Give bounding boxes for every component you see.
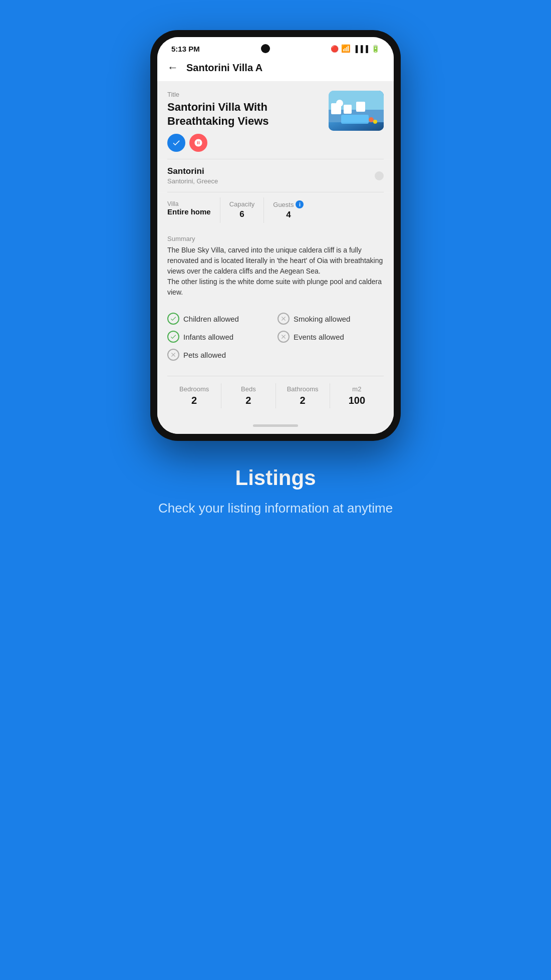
property-image-inner [329, 91, 384, 131]
rule-events: Events allowed [278, 331, 384, 343]
bottom-stats-section: Bedrooms 2 Beds 2 Bathrooms 2 m2 100 [157, 369, 394, 419]
bathrooms-stat: Bathrooms 2 [276, 383, 330, 408]
location-info: Santorini Santorini, Greece [167, 166, 218, 185]
location-section: Santorini Santorini, Greece [157, 159, 394, 192]
location-name: Santorini [167, 166, 218, 176]
caption-section: Listings Check your listing information … [128, 466, 423, 517]
battery-icon: 🔋 [371, 45, 380, 53]
signal-icon: ▐▐▐ [353, 45, 369, 53]
bottom-stats-row: Bedrooms 2 Beds 2 Bathrooms 2 m2 100 [167, 376, 384, 408]
guests-stat: Guests i 4 [264, 197, 313, 223]
children-label: Children allowed [183, 315, 239, 323]
stats-section: Villa Entire home Capacity 6 Guests i 4 [157, 192, 394, 230]
events-icon [278, 331, 290, 343]
status-bar: 5:13 PM 🔴 📶 ▐▐▐ 🔋 [157, 37, 394, 57]
pets-icon [167, 349, 179, 361]
rule-smoking: Smoking allowed [278, 313, 384, 325]
beds-label: Beds [241, 385, 256, 393]
rules-section: Children allowed Smoking allowed [157, 306, 394, 369]
guests-value: 4 [286, 210, 291, 220]
title-section: Title Santorini Villa With Breathtaking … [157, 82, 394, 159]
smoking-icon [278, 313, 290, 325]
smoking-label: Smoking allowed [294, 315, 350, 323]
pets-label: Pets allowed [183, 351, 226, 359]
wifi-icon: 📶 [341, 44, 351, 53]
events-label: Events allowed [294, 333, 344, 341]
capacity-label: Capacity [229, 200, 255, 208]
content-area: Title Santorini Villa With Breathtaking … [157, 82, 394, 434]
camera-notch [261, 44, 270, 53]
caption-title: Listings [158, 466, 393, 490]
phone-frame: 5:13 PM 🔴 📶 ▐▐▐ 🔋 ← Santorini Villa A Ti… [150, 30, 401, 441]
beds-stat: Beds 2 [221, 383, 276, 408]
title-left: Title Santorini Villa With Breathtaking … [167, 91, 324, 152]
stats-row: Villa Entire home Capacity 6 Guests i 4 [167, 197, 384, 223]
summary-section: Summary The Blue Sky Villa, carved into … [157, 230, 394, 306]
bottom-indicator [157, 419, 394, 434]
bedrooms-value: 2 [191, 395, 197, 406]
caption-subtitle: Check your listing information at anytim… [158, 499, 393, 517]
rule-pets: Pets allowed [167, 349, 384, 361]
rule-children: Children allowed [167, 313, 273, 325]
back-button[interactable]: ← [167, 61, 178, 74]
m2-stat: m2 100 [330, 383, 384, 408]
title-label: Title [167, 91, 324, 98]
airbnb-badge [189, 134, 207, 152]
bluetooth-icon: 🔴 [331, 45, 339, 53]
m2-value: 100 [349, 395, 365, 406]
svg-rect-4 [344, 105, 352, 114]
villa-value: Entire home [167, 207, 211, 216]
guests-label: Guests [273, 201, 294, 208]
infants-label: Infants allowed [183, 333, 233, 341]
property-title: Santorini Villa With Breathtaking Views [167, 100, 324, 128]
summary-label: Summary [167, 235, 384, 242]
capacity-value: 6 [239, 209, 244, 219]
verified-badge [167, 134, 185, 152]
app-header: ← Santorini Villa A [157, 57, 394, 82]
bathrooms-label: Bathrooms [287, 385, 319, 393]
capacity-stat: Capacity 6 [220, 197, 264, 223]
infants-icon [167, 331, 179, 343]
guests-label-row: Guests i [273, 200, 304, 208]
beds-value: 2 [245, 395, 251, 406]
rule-infants: Infants allowed [167, 331, 273, 343]
summary-text: The Blue Sky Villa, carved into the uniq… [167, 245, 384, 298]
badge-row [167, 134, 324, 152]
m2-label: m2 [352, 385, 361, 393]
location-sub: Santorini, Greece [167, 177, 218, 185]
svg-rect-3 [336, 100, 343, 107]
svg-point-8 [373, 120, 377, 124]
bedrooms-label: Bedrooms [179, 385, 209, 393]
status-icons: 🔴 📶 ▐▐▐ 🔋 [331, 44, 380, 53]
location-dot [375, 171, 384, 180]
children-icon [167, 313, 179, 325]
svg-point-7 [369, 117, 374, 122]
status-time: 5:13 PM [171, 45, 200, 53]
svg-rect-6 [341, 115, 369, 124]
bedrooms-stat: Bedrooms 2 [167, 383, 221, 408]
bottom-bar [253, 424, 298, 427]
svg-rect-5 [356, 102, 365, 112]
phone-screen: 5:13 PM 🔴 📶 ▐▐▐ 🔋 ← Santorini Villa A Ti… [157, 37, 394, 434]
villa-stat: Villa Entire home [167, 197, 220, 223]
page-title: Santorini Villa A [186, 62, 262, 74]
bathrooms-value: 2 [300, 395, 306, 406]
info-icon[interactable]: i [296, 200, 304, 208]
property-image [329, 91, 384, 131]
rules-grid: Children allowed Smoking allowed [167, 313, 384, 343]
villa-label: Villa [167, 200, 178, 207]
